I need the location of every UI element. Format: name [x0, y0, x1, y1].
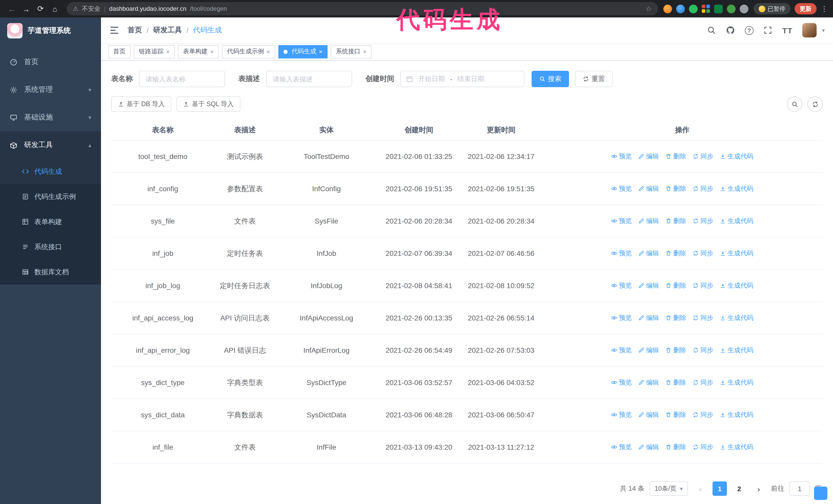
browser-forward-icon[interactable]: →	[20, 2, 33, 16]
sidebar-item-infra[interactable]: 基础设施 ▾	[0, 103, 101, 131]
tab-form-builder[interactable]: 表单构建×	[178, 45, 219, 58]
avatar-caret-icon[interactable]: ▾	[822, 27, 825, 33]
preview-link[interactable]: 预览	[611, 215, 632, 226]
preview-link[interactable]: 预览	[611, 280, 632, 291]
prev-page-button[interactable]: ‹	[693, 481, 708, 496]
extension-icon[interactable]	[714, 4, 722, 13]
edit-link[interactable]: 编辑	[639, 248, 659, 259]
sync-link[interactable]: 同步	[693, 151, 713, 162]
sync-link[interactable]: 同步	[693, 344, 713, 356]
preview-link[interactable]: 预览	[611, 441, 632, 453]
breadcrumb-home[interactable]: 首页	[128, 26, 142, 35]
app-logo[interactable]: 芋道管理系统	[0, 18, 101, 44]
sidebar-item-form-builder[interactable]: 表单构建	[0, 209, 101, 234]
edit-link[interactable]: 编辑	[639, 441, 659, 453]
generate-code-link[interactable]: 生成代码	[720, 441, 753, 453]
search-icon[interactable]	[707, 26, 716, 35]
sidebar-item-codegen[interactable]: 代码生成	[0, 159, 101, 184]
sync-link[interactable]: 同步	[693, 312, 713, 323]
tab-codegen-example[interactable]: 代码生成示例×	[222, 45, 275, 58]
refresh-table-button[interactable]	[807, 96, 823, 112]
sync-link[interactable]: 同步	[693, 377, 713, 388]
edit-link[interactable]: 编辑	[639, 344, 659, 356]
delete-link[interactable]: 删除	[666, 280, 686, 291]
preview-link[interactable]: 预览	[611, 248, 632, 259]
edit-link[interactable]: 编辑	[639, 183, 659, 194]
import-db-button[interactable]: 基于 DB 导入	[111, 96, 171, 112]
generate-code-link[interactable]: 生成代码	[720, 344, 753, 356]
sidebar-item-devtools[interactable]: 研发工具 ▴	[0, 131, 101, 159]
toggle-search-button[interactable]	[787, 96, 802, 112]
delete-link[interactable]: 删除	[666, 409, 686, 421]
delete-link[interactable]: 删除	[666, 441, 686, 453]
generate-code-link[interactable]: 生成代码	[720, 280, 753, 291]
extension-icon[interactable]	[676, 4, 685, 13]
extension-icon[interactable]	[663, 4, 672, 13]
close-icon[interactable]: ×	[210, 48, 214, 55]
extension-icon[interactable]	[689, 4, 697, 13]
close-icon[interactable]: ×	[266, 48, 270, 55]
extension-icon[interactable]	[727, 4, 735, 13]
user-avatar[interactable]	[803, 23, 817, 38]
github-icon[interactable]	[726, 26, 735, 35]
search-button[interactable]: 搜索	[531, 71, 569, 87]
generate-code-link[interactable]: 生成代码	[720, 377, 753, 388]
sidebar-item-system[interactable]: 系统管理 ▾	[0, 76, 101, 103]
tab-system-api[interactable]: 系统接口×	[331, 45, 372, 58]
preview-link[interactable]: 预览	[611, 409, 632, 421]
delete-link[interactable]: 删除	[666, 344, 686, 356]
import-sql-button[interactable]: 基于 SQL 导入	[176, 96, 240, 112]
fullscreen-icon[interactable]	[763, 26, 772, 35]
sidebar-item-codegen-example[interactable]: 代码生成示例	[0, 184, 101, 209]
close-icon[interactable]: ×	[319, 48, 323, 55]
date-range-picker[interactable]: 开始日期 - 结束日期	[400, 71, 524, 87]
browser-update-button[interactable]: 更新	[794, 3, 816, 14]
hamburger-icon[interactable]	[109, 25, 119, 35]
sidebar-item-home[interactable]: 首页	[0, 48, 101, 76]
sync-link[interactable]: 同步	[693, 441, 713, 453]
browser-home-icon[interactable]: ⌂	[48, 2, 62, 16]
security-label[interactable]: 不安全	[82, 4, 100, 13]
sync-link[interactable]: 同步	[693, 280, 713, 291]
generate-code-link[interactable]: 生成代码	[720, 215, 753, 226]
paused-badge[interactable]: 已暂停	[753, 3, 790, 14]
sidebar-item-system-api[interactable]: 系统接口	[0, 234, 101, 259]
delete-link[interactable]: 删除	[666, 215, 686, 226]
generate-code-link[interactable]: 生成代码	[720, 151, 753, 162]
close-icon[interactable]: ×	[363, 48, 366, 55]
tab-home[interactable]: 首页	[108, 45, 131, 58]
next-page-button[interactable]: ›	[752, 481, 766, 496]
generate-code-link[interactable]: 生成代码	[720, 183, 753, 194]
delete-link[interactable]: 删除	[666, 377, 686, 388]
delete-link[interactable]: 删除	[666, 248, 686, 259]
browser-back-icon[interactable]: ←	[5, 2, 19, 16]
table-name-input[interactable]	[139, 71, 225, 87]
edit-link[interactable]: 编辑	[639, 377, 659, 388]
sync-link[interactable]: 同步	[693, 409, 713, 421]
edit-link[interactable]: 编辑	[639, 215, 659, 226]
edit-link[interactable]: 编辑	[639, 312, 659, 323]
edit-link[interactable]: 编辑	[639, 151, 659, 162]
generate-code-link[interactable]: 生成代码	[720, 248, 753, 259]
generate-code-link[interactable]: 生成代码	[720, 312, 753, 323]
puzzle-extension-icon[interactable]	[739, 4, 748, 13]
preview-link[interactable]: 预览	[611, 377, 632, 388]
sync-link[interactable]: 同步	[693, 183, 713, 194]
table-desc-input[interactable]	[266, 71, 352, 87]
tab-tracing[interactable]: 链路追踪×	[134, 45, 175, 58]
floating-button[interactable]	[814, 486, 827, 500]
page-button-1[interactable]: 1	[713, 481, 727, 496]
generate-code-link[interactable]: 生成代码	[720, 409, 753, 421]
page-size-select[interactable]: 10条/页 ▾	[649, 481, 688, 496]
edit-link[interactable]: 编辑	[639, 280, 659, 291]
font-size-icon[interactable]: TT	[782, 26, 793, 34]
delete-link[interactable]: 删除	[666, 151, 686, 162]
sidebar-item-db-doc[interactable]: 数据库文档	[0, 259, 101, 285]
browser-reload-icon[interactable]: ⟳	[34, 2, 47, 16]
bookmark-star-icon[interactable]: ☆	[645, 5, 652, 13]
delete-link[interactable]: 删除	[666, 183, 686, 194]
sync-link[interactable]: 同步	[693, 248, 713, 259]
edit-link[interactable]: 编辑	[639, 409, 659, 421]
address-bar[interactable]: ⚠ 不安全 | dashboard.yudao.iocoder.cn /tool…	[67, 2, 658, 16]
extension-grid-icon[interactable]	[701, 5, 710, 13]
